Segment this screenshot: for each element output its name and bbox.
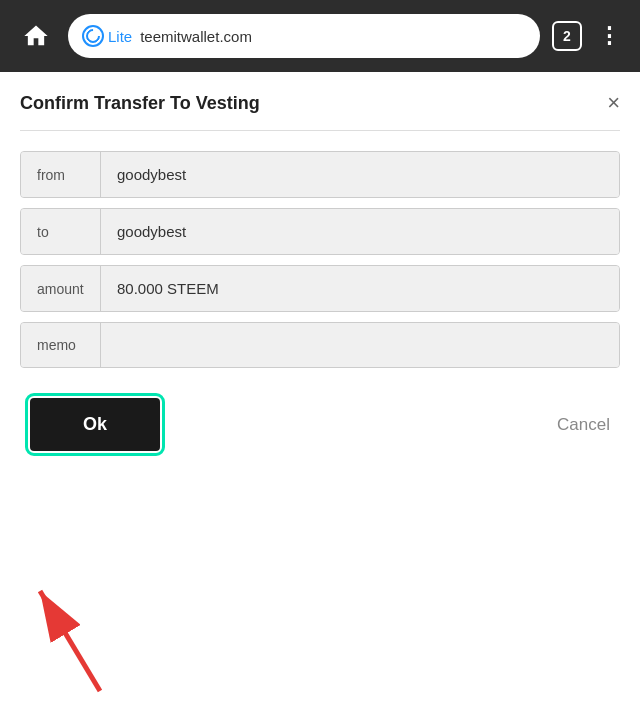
button-row: Ok Cancel: [20, 398, 620, 451]
svg-line-1: [40, 591, 100, 691]
from-value: goodybest: [101, 152, 619, 197]
to-value: goodybest: [101, 209, 619, 254]
amount-row: amount 80.000 STEEM: [20, 265, 620, 312]
from-row: from goodybest: [20, 151, 620, 198]
dialog-header: Confirm Transfer To Vesting ×: [20, 92, 620, 114]
url-text: teemitwallet.com: [140, 28, 526, 45]
lite-label: Lite: [108, 28, 132, 45]
memo-value: [101, 323, 619, 367]
lite-badge: Lite: [82, 25, 132, 47]
arrow-annotation: [20, 571, 180, 705]
lite-icon: [82, 25, 104, 47]
from-label: from: [21, 152, 101, 197]
to-label: to: [21, 209, 101, 254]
amount-label: amount: [21, 266, 101, 311]
memo-label: memo: [21, 323, 101, 367]
confirm-dialog: Confirm Transfer To Vesting × from goody…: [0, 72, 640, 725]
header-divider: [20, 130, 620, 131]
browser-chrome: Lite teemitwallet.com 2 ⋮: [0, 0, 640, 72]
to-row: to goodybest: [20, 208, 620, 255]
close-button[interactable]: ×: [607, 92, 620, 114]
menu-button[interactable]: ⋮: [594, 23, 624, 49]
ok-button[interactable]: Ok: [30, 398, 160, 451]
dialog-title: Confirm Transfer To Vesting: [20, 93, 260, 114]
amount-value: 80.000 STEEM: [101, 266, 619, 311]
tab-count[interactable]: 2: [552, 21, 582, 51]
home-button[interactable]: [16, 16, 56, 56]
cancel-button[interactable]: Cancel: [557, 415, 610, 435]
memo-row: memo: [20, 322, 620, 368]
address-bar[interactable]: Lite teemitwallet.com: [68, 14, 540, 58]
